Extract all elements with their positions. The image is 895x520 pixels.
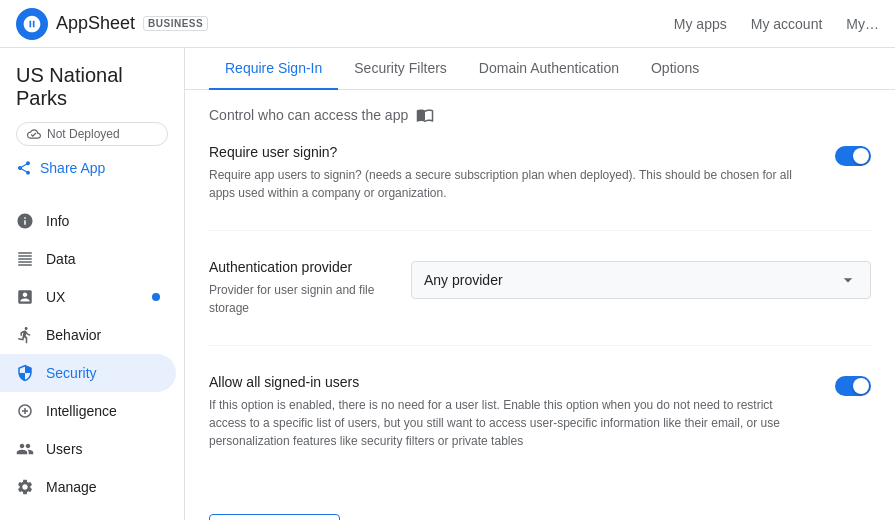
sidebar-item-ux[interactable]: UX xyxy=(0,278,176,316)
auth-provider-text: Authentication provider Provider for use… xyxy=(209,259,411,317)
share-icon xyxy=(16,160,32,176)
data-icon xyxy=(16,250,34,268)
sidebar: US National Parks Not Deployed Share App… xyxy=(0,48,185,520)
header: AppSheet BUSINESS My apps My account My… xyxy=(0,0,895,48)
tab-bar: Require Sign-In Security Filters Domain … xyxy=(185,48,895,90)
tab-domain-authentication[interactable]: Domain Authentication xyxy=(463,48,635,90)
toggle-track-2 xyxy=(835,376,871,396)
require-user-signin-desc: Require app users to signin? (needs a se… xyxy=(209,166,811,202)
sidebar-item-manage[interactable]: Manage xyxy=(0,468,176,506)
nav-my-apps[interactable]: My apps xyxy=(674,16,727,32)
toggle-thumb xyxy=(853,148,869,164)
tab-security-filters[interactable]: Security Filters xyxy=(338,48,463,90)
manage-icon xyxy=(16,478,34,496)
allow-all-signed-in-toggle[interactable] xyxy=(835,376,871,396)
sidebar-item-ux-label: UX xyxy=(46,289,65,305)
ux-notification-dot xyxy=(152,293,160,301)
app-logo: AppSheet BUSINESS xyxy=(16,8,208,40)
require-user-signin-text: Require user signin? Require app users t… xyxy=(209,144,835,202)
main-content: Require Sign-In Security Filters Domain … xyxy=(185,48,895,520)
share-app-button[interactable]: Share App xyxy=(0,154,184,182)
logo-badge: BUSINESS xyxy=(143,16,208,31)
sidebar-item-behavior-label: Behavior xyxy=(46,327,101,343)
sidebar-item-behavior[interactable]: Behavior xyxy=(0,316,176,354)
sidebar-item-intelligence[interactable]: Intelligence xyxy=(0,392,176,430)
app-title: US National Parks xyxy=(0,64,184,122)
intelligence-icon xyxy=(16,402,34,420)
ux-icon xyxy=(16,288,34,306)
require-user-signin-toggle[interactable] xyxy=(835,146,871,166)
cloud-off-icon xyxy=(27,127,41,141)
require-user-signin-title: Require user signin? xyxy=(209,144,811,160)
not-deployed-label: Not Deployed xyxy=(47,127,120,141)
sidebar-item-users-label: Users xyxy=(46,441,83,457)
toggle-track xyxy=(835,146,871,166)
sidebar-item-manage-label: Manage xyxy=(46,479,97,495)
sidebar-item-intelligence-label: Intelligence xyxy=(46,403,117,419)
info-icon xyxy=(16,212,34,230)
sidebar-item-data[interactable]: Data xyxy=(0,240,176,278)
share-app-label: Share App xyxy=(40,160,105,176)
chevron-down-icon xyxy=(838,270,858,290)
control-header: Control who can access the app xyxy=(209,106,871,124)
header-nav: My apps My account My… xyxy=(674,16,879,32)
tab-options[interactable]: Options xyxy=(635,48,715,90)
tab-require-sign-in[interactable]: Require Sign-In xyxy=(209,48,338,90)
require-user-signin-row: Require user signin? Require app users t… xyxy=(209,144,871,231)
allow-all-signed-in-row: Allow all signed-in users If this option… xyxy=(209,374,871,478)
logo-text: AppSheet xyxy=(56,13,135,34)
users-icon xyxy=(16,440,34,458)
auth-provider-value: Any provider xyxy=(424,272,503,288)
main-layout: US National Parks Not Deployed Share App… xyxy=(0,48,895,520)
allow-all-signed-in-desc: If this option is enabled, there is no n… xyxy=(209,396,811,450)
nav-my-account[interactable]: My account xyxy=(751,16,823,32)
security-icon xyxy=(16,364,34,382)
control-header-text: Control who can access the app xyxy=(209,107,408,123)
logo-icon xyxy=(16,8,48,40)
not-deployed-badge[interactable]: Not Deployed xyxy=(16,122,168,146)
allow-all-signed-in-title: Allow all signed-in users xyxy=(209,374,811,390)
behavior-icon xyxy=(16,326,34,344)
sidebar-item-info-label: Info xyxy=(46,213,69,229)
nav-my-more[interactable]: My… xyxy=(846,16,879,32)
settings-content: Control who can access the app Require u… xyxy=(185,90,895,520)
sidebar-item-data-label: Data xyxy=(46,251,76,267)
authentication-provider-row: Authentication provider Provider for use… xyxy=(209,259,871,346)
auth-provider-desc: Provider for user signin and file storag… xyxy=(209,281,387,317)
sidebar-item-security-label: Security xyxy=(46,365,97,381)
sidebar-item-users[interactable]: Users xyxy=(0,430,176,468)
help-book-icon xyxy=(416,106,434,124)
sidebar-item-info[interactable]: Info xyxy=(0,202,176,240)
toggle-thumb-2 xyxy=(853,378,869,394)
auth-provider-dropdown[interactable]: Any provider xyxy=(411,261,871,299)
auth-provider-title: Authentication provider xyxy=(209,259,387,275)
manage-users-button[interactable]: Manage users xyxy=(209,514,340,520)
sidebar-item-security[interactable]: Security xyxy=(0,354,176,392)
allow-all-signed-in-text: Allow all signed-in users If this option… xyxy=(209,374,835,450)
